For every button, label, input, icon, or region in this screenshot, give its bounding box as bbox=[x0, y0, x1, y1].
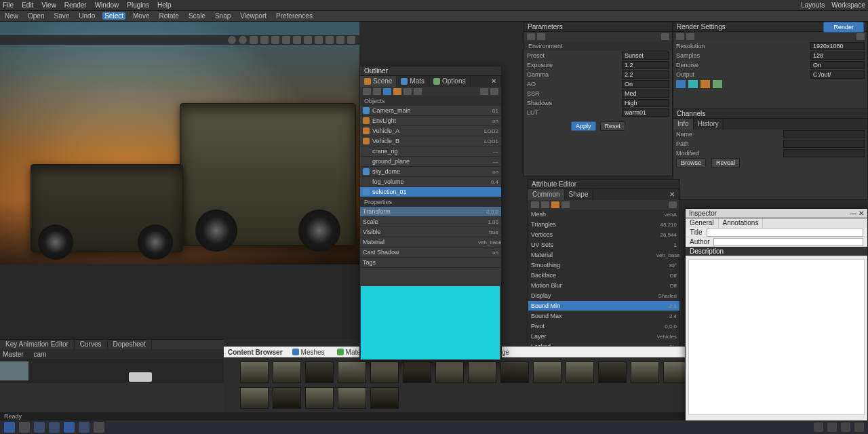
prop-row[interactable]: Scale1.00 bbox=[360, 217, 501, 227]
inspector-textarea[interactable] bbox=[688, 259, 865, 415]
stats-icon[interactable] bbox=[326, 36, 334, 44]
browse-button[interactable]: Browse bbox=[676, 158, 706, 167]
taskbar-editor[interactable] bbox=[64, 422, 75, 433]
viewport[interactable] bbox=[0, 22, 359, 339]
tool-select[interactable]: Select bbox=[102, 12, 125, 20]
menu-workspace[interactable]: Workspace bbox=[831, 1, 865, 9]
graph-icon[interactable] bbox=[561, 201, 570, 208]
asset-thumb[interactable] bbox=[566, 361, 594, 383]
menu-icon[interactable] bbox=[661, 33, 669, 40]
tool-move[interactable]: Move bbox=[131, 12, 151, 20]
asset-thumb[interactable] bbox=[468, 361, 496, 383]
tab-scene[interactable]: Scene bbox=[360, 76, 397, 87]
attr-row[interactable]: UV Sets1 bbox=[528, 240, 679, 250]
attr-row[interactable]: Bound Min-2.1 bbox=[528, 301, 679, 311]
swatch-icon[interactable] bbox=[701, 80, 710, 88]
tool-snap[interactable]: Snap bbox=[213, 12, 233, 20]
tray-network-icon[interactable] bbox=[814, 422, 823, 432]
minimize-icon[interactable]: — bbox=[850, 209, 856, 218]
outliner-item[interactable]: ground_plane— bbox=[360, 157, 501, 167]
attr-row[interactable]: BackfaceOff bbox=[528, 271, 679, 281]
tool-rotate[interactable]: Rotate bbox=[157, 12, 180, 20]
tab-annotations[interactable]: Annotations bbox=[719, 218, 764, 228]
preset-icon[interactable] bbox=[676, 33, 684, 40]
wireframe-icon[interactable] bbox=[260, 36, 269, 44]
attr-row[interactable]: Triangles48,210 bbox=[528, 220, 679, 230]
tab-common[interactable]: Common bbox=[528, 189, 565, 200]
asset-thumb[interactable] bbox=[273, 361, 301, 383]
timeline-tab-keys[interactable]: Key Animation Editor bbox=[0, 340, 75, 349]
asset-thumb[interactable] bbox=[500, 361, 529, 383]
reset-button[interactable]: Reset bbox=[600, 121, 626, 131]
snap-icon[interactable] bbox=[282, 36, 290, 44]
timeline-track[interactable] bbox=[0, 359, 224, 383]
asset-thumb[interactable] bbox=[533, 361, 561, 383]
timeline-clip[interactable] bbox=[129, 372, 152, 382]
tab-general[interactable]: General bbox=[686, 218, 719, 228]
menu-edit[interactable]: Edit bbox=[22, 1, 33, 9]
outliner-item[interactable]: fog_volume0.4 bbox=[360, 177, 501, 187]
sort-icon[interactable] bbox=[373, 88, 381, 95]
tool-scale[interactable]: Scale bbox=[186, 12, 208, 20]
attr-row[interactable]: Materialveh_base bbox=[528, 250, 679, 260]
asset-thumb[interactable] bbox=[631, 361, 659, 383]
prop-row[interactable]: Tags bbox=[360, 258, 501, 268]
reveal-button[interactable]: Reveal bbox=[711, 158, 740, 167]
tool-open[interactable]: Open bbox=[26, 12, 46, 20]
render-row[interactable]: Resolution1920x1080 bbox=[673, 41, 867, 51]
apply-button[interactable]: Apply bbox=[571, 121, 596, 131]
timeline-tab-curves[interactable]: Curves bbox=[75, 340, 108, 349]
menu-layouts[interactable]: Layouts bbox=[801, 1, 825, 9]
swatch-icon[interactable] bbox=[676, 80, 686, 88]
asset-thumb[interactable] bbox=[370, 361, 399, 383]
menu-window[interactable]: Window bbox=[95, 1, 119, 9]
swatch-icon[interactable] bbox=[688, 80, 698, 88]
render-row[interactable]: DenoiseOn bbox=[673, 60, 867, 70]
key-icon[interactable] bbox=[551, 201, 559, 208]
asset-thumb[interactable] bbox=[240, 361, 269, 383]
tool-viewport[interactable]: Viewport bbox=[238, 12, 269, 20]
timeline-segment[interactable] bbox=[0, 361, 28, 380]
tool-preferences[interactable]: Preferences bbox=[274, 12, 315, 20]
filter-meshes[interactable]: Meshes bbox=[290, 349, 328, 356]
outliner-item[interactable]: crane_rig— bbox=[360, 146, 501, 157]
tray-volume-icon[interactable] bbox=[827, 422, 837, 432]
render-row[interactable]: Samples128 bbox=[673, 51, 867, 60]
menu-icon[interactable] bbox=[490, 88, 498, 95]
asset-thumb[interactable] bbox=[338, 361, 366, 383]
menu-plugins[interactable]: Plugins bbox=[127, 1, 149, 9]
channel-row[interactable]: Path bbox=[673, 139, 867, 149]
tab-mats[interactable]: Mats bbox=[397, 76, 429, 87]
queue-icon[interactable] bbox=[686, 33, 694, 40]
attr-row[interactable]: Motion BlurOff bbox=[528, 281, 679, 291]
asset-thumb[interactable] bbox=[240, 387, 269, 409]
taskbar-terminal[interactable] bbox=[94, 422, 104, 433]
tab-shape[interactable]: Shape bbox=[565, 189, 593, 200]
render-button[interactable]: Render bbox=[823, 22, 864, 33]
color-swatch[interactable] bbox=[361, 286, 500, 359]
fullscreen-icon[interactable] bbox=[336, 36, 344, 44]
outliner-item[interactable]: Vehicle_ALOD2 bbox=[360, 126, 501, 136]
iso-icon[interactable] bbox=[304, 36, 312, 44]
taskbar-app[interactable] bbox=[49, 422, 60, 433]
menu-render[interactable]: Render bbox=[64, 1, 87, 9]
taskbar-browser[interactable] bbox=[34, 422, 45, 433]
asset-thumb[interactable] bbox=[370, 387, 399, 409]
render-row[interactable]: OutputC:/out/ bbox=[673, 70, 867, 79]
gear-icon[interactable] bbox=[480, 88, 488, 95]
expand-icon[interactable] bbox=[403, 88, 412, 95]
grid-icon[interactable] bbox=[250, 36, 258, 44]
link-icon[interactable] bbox=[531, 201, 539, 208]
param-row[interactable]: SSRMed bbox=[524, 89, 672, 98]
swatch-icon[interactable] bbox=[713, 80, 722, 88]
taskbar-files[interactable] bbox=[19, 422, 30, 433]
param-row[interactable]: ShadowsHigh bbox=[524, 98, 672, 108]
tray-notifications-icon[interactable] bbox=[841, 422, 850, 432]
param-row[interactable]: Gamma2.2 bbox=[524, 70, 672, 79]
param-row[interactable]: AOOn bbox=[524, 79, 672, 89]
tab-info[interactable]: Info bbox=[673, 119, 694, 130]
param-row[interactable]: LUTwarm01 bbox=[524, 108, 672, 117]
outliner-item[interactable]: Camera_main01 bbox=[360, 106, 501, 116]
filter-icon[interactable] bbox=[363, 88, 371, 95]
camera-icon[interactable] bbox=[228, 36, 236, 44]
